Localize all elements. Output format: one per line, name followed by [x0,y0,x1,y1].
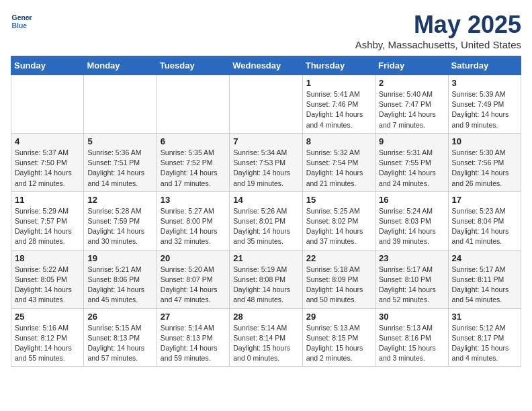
logo: General Blue [11,11,32,32]
weekday-header-tuesday: Tuesday [157,56,229,75]
calendar-week-1: 1Sunrise: 5:41 AM Sunset: 7:46 PM Daylig… [11,75,521,134]
calendar-cell: 18Sunrise: 5:22 AM Sunset: 8:05 PM Dayli… [11,250,84,308]
day-info: Sunrise: 5:23 AM Sunset: 8:04 PM Dayligh… [452,206,517,247]
day-number: 14 [233,195,298,205]
day-info: Sunrise: 5:14 AM Sunset: 8:13 PM Dayligh… [161,323,226,364]
location-subtitle: Ashby, Massachusetts, United States [355,39,521,50]
month-title: May 2025 [355,11,521,39]
day-number: 16 [379,195,444,205]
calendar-cell: 9Sunrise: 5:31 AM Sunset: 7:55 PM Daylig… [375,133,448,191]
calendar-cell: 2Sunrise: 5:40 AM Sunset: 7:47 PM Daylig… [375,75,448,134]
calendar-cell: 8Sunrise: 5:32 AM Sunset: 7:54 PM Daylig… [302,133,375,191]
day-number: 26 [87,312,152,322]
day-info: Sunrise: 5:13 AM Sunset: 8:16 PM Dayligh… [379,323,444,364]
calendar-cell [11,75,84,134]
day-number: 15 [306,195,371,205]
calendar-cell: 3Sunrise: 5:39 AM Sunset: 7:49 PM Daylig… [448,75,521,134]
calendar-cell: 23Sunrise: 5:17 AM Sunset: 8:10 PM Dayli… [375,250,448,308]
calendar-cell [230,75,302,134]
day-number: 10 [452,136,517,146]
day-info: Sunrise: 5:13 AM Sunset: 8:15 PM Dayligh… [306,323,371,364]
calendar-cell: 11Sunrise: 5:29 AM Sunset: 7:57 PM Dayli… [11,191,84,250]
calendar-cell: 14Sunrise: 5:26 AM Sunset: 8:01 PM Dayli… [230,191,302,250]
calendar-cell: 21Sunrise: 5:19 AM Sunset: 8:08 PM Dayli… [230,250,302,308]
calendar-week-4: 18Sunrise: 5:22 AM Sunset: 8:05 PM Dayli… [11,250,521,308]
calendar-week-5: 25Sunrise: 5:16 AM Sunset: 8:12 PM Dayli… [11,308,521,367]
day-info: Sunrise: 5:12 AM Sunset: 8:17 PM Dayligh… [452,323,517,364]
day-info: Sunrise: 5:22 AM Sunset: 8:05 PM Dayligh… [15,265,80,306]
day-info: Sunrise: 5:18 AM Sunset: 8:09 PM Dayligh… [306,265,371,306]
weekday-header-thursday: Thursday [302,56,375,75]
day-number: 21 [233,253,298,263]
day-info: Sunrise: 5:37 AM Sunset: 7:50 PM Dayligh… [15,148,80,189]
weekday-header-saturday: Saturday [448,56,521,75]
day-info: Sunrise: 5:27 AM Sunset: 8:00 PM Dayligh… [161,206,226,247]
calendar-cell: 6Sunrise: 5:35 AM Sunset: 7:52 PM Daylig… [157,133,229,191]
day-info: Sunrise: 5:40 AM Sunset: 7:47 PM Dayligh… [379,89,444,130]
calendar-cell: 29Sunrise: 5:13 AM Sunset: 8:15 PM Dayli… [302,308,375,367]
day-number: 20 [161,253,226,263]
day-number: 7 [233,136,298,146]
day-info: Sunrise: 5:26 AM Sunset: 8:01 PM Dayligh… [233,206,298,247]
weekday-header-wednesday: Wednesday [230,56,302,75]
calendar-cell: 10Sunrise: 5:30 AM Sunset: 7:56 PM Dayli… [448,133,521,191]
calendar-cell [157,75,229,134]
day-number: 4 [15,136,80,146]
day-number: 30 [379,312,444,322]
day-number: 19 [87,253,152,263]
day-info: Sunrise: 5:21 AM Sunset: 8:06 PM Dayligh… [87,265,152,306]
day-number: 5 [87,136,152,146]
calendar-cell: 12Sunrise: 5:28 AM Sunset: 7:59 PM Dayli… [84,191,157,250]
day-number: 2 [379,78,444,88]
calendar-cell: 22Sunrise: 5:18 AM Sunset: 8:09 PM Dayli… [302,250,375,308]
day-number: 28 [233,312,298,322]
day-number: 3 [452,78,517,88]
day-number: 18 [15,253,80,263]
logo-icon: General Blue [11,11,32,32]
calendar-cell: 7Sunrise: 5:34 AM Sunset: 7:53 PM Daylig… [230,133,302,191]
calendar-cell: 31Sunrise: 5:12 AM Sunset: 8:17 PM Dayli… [448,308,521,367]
weekday-header-friday: Friday [375,56,448,75]
calendar-cell: 28Sunrise: 5:14 AM Sunset: 8:14 PM Dayli… [230,308,302,367]
day-number: 22 [306,253,371,263]
calendar-week-3: 11Sunrise: 5:29 AM Sunset: 7:57 PM Dayli… [11,191,521,250]
day-number: 24 [452,253,517,263]
day-number: 25 [15,312,80,322]
calendar-cell [84,75,157,134]
day-info: Sunrise: 5:16 AM Sunset: 8:12 PM Dayligh… [15,323,80,364]
day-info: Sunrise: 5:28 AM Sunset: 7:59 PM Dayligh… [87,206,152,247]
day-number: 23 [379,253,444,263]
day-number: 8 [306,136,371,146]
day-info: Sunrise: 5:25 AM Sunset: 8:02 PM Dayligh… [306,206,371,247]
day-info: Sunrise: 5:24 AM Sunset: 8:03 PM Dayligh… [379,206,444,247]
day-number: 12 [87,195,152,205]
day-info: Sunrise: 5:19 AM Sunset: 8:08 PM Dayligh… [233,265,298,306]
day-info: Sunrise: 5:17 AM Sunset: 8:11 PM Dayligh… [452,265,517,306]
weekday-header-row: SundayMondayTuesdayWednesdayThursdayFrid… [11,56,521,75]
weekday-header-sunday: Sunday [11,56,84,75]
day-info: Sunrise: 5:41 AM Sunset: 7:46 PM Dayligh… [306,89,371,130]
calendar-cell: 15Sunrise: 5:25 AM Sunset: 8:02 PM Dayli… [302,191,375,250]
calendar-cell: 13Sunrise: 5:27 AM Sunset: 8:00 PM Dayli… [157,191,229,250]
day-number: 27 [161,312,226,322]
day-info: Sunrise: 5:35 AM Sunset: 7:52 PM Dayligh… [161,148,226,189]
day-number: 6 [161,136,226,146]
day-info: Sunrise: 5:30 AM Sunset: 7:56 PM Dayligh… [452,148,517,189]
title-block: May 2025 Ashby, Massachusetts, United St… [355,11,521,50]
calendar-cell: 27Sunrise: 5:14 AM Sunset: 8:13 PM Dayli… [157,308,229,367]
calendar-cell: 1Sunrise: 5:41 AM Sunset: 7:46 PM Daylig… [302,75,375,134]
day-info: Sunrise: 5:39 AM Sunset: 7:49 PM Dayligh… [452,89,517,130]
calendar-cell: 30Sunrise: 5:13 AM Sunset: 8:16 PM Dayli… [375,308,448,367]
day-info: Sunrise: 5:20 AM Sunset: 8:07 PM Dayligh… [161,265,226,306]
day-info: Sunrise: 5:15 AM Sunset: 8:13 PM Dayligh… [87,323,152,364]
calendar-cell: 19Sunrise: 5:21 AM Sunset: 8:06 PM Dayli… [84,250,157,308]
day-number: 9 [379,136,444,146]
calendar-cell: 4Sunrise: 5:37 AM Sunset: 7:50 PM Daylig… [11,133,84,191]
day-number: 31 [452,312,517,322]
day-info: Sunrise: 5:32 AM Sunset: 7:54 PM Dayligh… [306,148,371,189]
day-info: Sunrise: 5:36 AM Sunset: 7:51 PM Dayligh… [87,148,152,189]
calendar-table: SundayMondayTuesdayWednesdayThursdayFrid… [11,56,521,367]
calendar-week-2: 4Sunrise: 5:37 AM Sunset: 7:50 PM Daylig… [11,133,521,191]
day-number: 29 [306,312,371,322]
calendar-cell: 25Sunrise: 5:16 AM Sunset: 8:12 PM Dayli… [11,308,84,367]
